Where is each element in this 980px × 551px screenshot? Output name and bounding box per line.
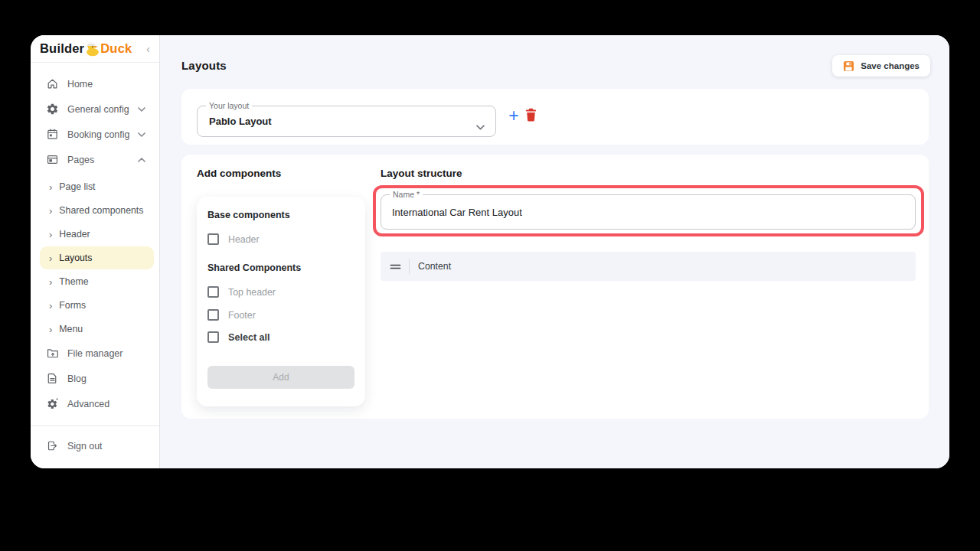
sidebar-item-file-manager[interactable]: File manager xyxy=(31,341,159,365)
sidebar-item-label: Shared components xyxy=(59,205,143,216)
select-all-checkbox[interactable] xyxy=(207,331,219,343)
sign-out-button[interactable]: Sign out xyxy=(31,434,159,458)
sidebar-item-label: File manager xyxy=(67,348,122,359)
chevron-down-icon xyxy=(138,107,145,112)
pages-icon xyxy=(46,153,59,166)
checkbox-row-footer[interactable]: Footer xyxy=(207,309,354,321)
main-content: Layouts Save changes Your layout Pablo L… xyxy=(160,35,949,468)
chevron-right-icon: › xyxy=(49,182,52,192)
sidebar-item-header[interactable]: › Header xyxy=(31,223,159,246)
add-layout-button[interactable]: + xyxy=(506,100,521,131)
checkbox-label: Top header xyxy=(228,287,276,298)
sidebar-item-layouts[interactable]: › Layouts xyxy=(40,246,154,269)
drag-handle-icon[interactable] xyxy=(390,263,401,270)
sidebar-footer: Sign out xyxy=(31,425,159,468)
checkbox-label: Footer xyxy=(228,310,256,321)
chevron-down-icon xyxy=(138,132,145,137)
chevron-down-icon xyxy=(476,119,485,133)
sidebar-collapse-icon[interactable]: ‹ xyxy=(145,43,152,54)
home-icon xyxy=(46,77,59,90)
base-components-group-title: Base components xyxy=(207,210,354,220)
sidebar-item-booking-config[interactable]: Booking config xyxy=(31,122,159,146)
sign-out-icon xyxy=(46,439,59,452)
app-window: Builder Duck ‹ xyxy=(31,35,949,468)
sidebar-item-label: Layouts xyxy=(59,253,92,263)
sidebar-nav: Home General config Booking config xyxy=(31,63,159,425)
name-field-highlight: Name * xyxy=(373,185,924,236)
sidebar-item-label: Page list xyxy=(59,181,95,192)
duck-mascot-icon xyxy=(84,39,101,60)
layout-selector-card: Your layout Pablo Layout + xyxy=(181,89,929,145)
chevron-up-icon xyxy=(138,158,145,162)
sidebar-item-label: Theme xyxy=(59,276,88,287)
components-panel: Base components Header Shared Components… xyxy=(197,197,365,406)
name-field-label: Name * xyxy=(390,190,423,199)
sidebar-item-label: Header xyxy=(59,229,90,240)
top-header-checkbox[interactable] xyxy=(207,286,219,298)
sidebar-item-shared-components[interactable]: › Shared components xyxy=(31,199,159,222)
save-changes-label: Save changes xyxy=(861,61,920,70)
chevron-right-icon: › xyxy=(49,277,52,287)
save-changes-button[interactable]: Save changes xyxy=(832,55,930,77)
delete-layout-button[interactable] xyxy=(525,108,538,125)
name-field: Name * xyxy=(381,194,916,230)
blog-icon xyxy=(46,372,59,385)
add-components-button[interactable]: Add xyxy=(207,366,354,389)
checkbox-label: Header xyxy=(228,234,260,245)
logo-bar: Builder Duck ‹ xyxy=(31,35,159,63)
sidebar-item-label: Pages xyxy=(67,155,94,165)
trash-icon xyxy=(525,108,537,122)
your-layout-value: Pablo Layout xyxy=(209,116,272,127)
row-divider xyxy=(409,259,410,274)
chevron-right-icon: › xyxy=(49,206,52,216)
chevron-right-icon: › xyxy=(49,230,52,240)
advanced-gear-icon xyxy=(46,397,59,410)
sidebar-item-forms[interactable]: › Forms xyxy=(31,294,159,317)
sidebar-item-label: Blog xyxy=(67,373,87,384)
sidebar-item-theme[interactable]: › Theme xyxy=(31,270,159,293)
save-floppy-icon xyxy=(843,60,854,72)
your-layout-label: Your layout xyxy=(206,101,252,110)
sidebar-item-label: Menu xyxy=(59,324,83,334)
page-title: Layouts xyxy=(181,59,227,72)
checkbox-row-header[interactable]: Header xyxy=(207,233,354,245)
calendar-icon xyxy=(46,128,59,141)
plus-icon: + xyxy=(508,106,518,126)
logo-text-builder: Builder xyxy=(40,41,84,56)
chevron-right-icon: › xyxy=(49,253,52,263)
your-layout-select[interactable]: Your layout Pablo Layout xyxy=(197,106,496,137)
add-components-title: Add components xyxy=(197,168,281,179)
file-manager-icon xyxy=(46,347,59,360)
sidebar: Builder Duck ‹ xyxy=(31,35,160,468)
layout-structure-title: Layout structure xyxy=(381,168,462,179)
sidebar-item-label: Booking config xyxy=(67,129,129,140)
sidebar-item-label: Forms xyxy=(59,300,86,311)
sign-out-label: Sign out xyxy=(67,441,102,452)
layout-editor-card: Add components Base components Header Sh… xyxy=(181,155,929,419)
shared-components-group-title: Shared Components xyxy=(207,262,354,273)
sidebar-item-advanced[interactable]: Advanced xyxy=(31,392,159,416)
checkbox-row-top-header[interactable]: Top header xyxy=(207,286,354,298)
app-logo: Builder Duck xyxy=(40,38,132,60)
sidebar-item-menu[interactable]: › Menu xyxy=(31,318,159,341)
checkbox-label: Select all xyxy=(228,332,270,343)
sidebar-item-page-list[interactable]: › Page list xyxy=(31,175,159,198)
sidebar-item-pages[interactable]: Pages xyxy=(31,148,159,171)
sidebar-item-general-config[interactable]: General config xyxy=(31,97,159,121)
sidebar-item-label: Home xyxy=(67,79,93,90)
chevron-right-icon: › xyxy=(49,301,52,311)
layout-name-input[interactable] xyxy=(381,195,915,229)
pages-sub-menu: › Page list › Shared components › Header… xyxy=(31,175,159,341)
structure-row-label: Content xyxy=(418,261,451,272)
gear-icon xyxy=(46,103,59,116)
sidebar-item-blog[interactable]: Blog xyxy=(31,367,159,390)
sidebar-item-label: General config xyxy=(67,104,129,115)
sidebar-item-label: Advanced xyxy=(67,399,109,409)
checkbox-row-select-all[interactable]: Select all xyxy=(207,331,354,343)
header-checkbox[interactable] xyxy=(207,233,219,245)
footer-checkbox[interactable] xyxy=(207,309,219,321)
structure-row-content[interactable]: Content xyxy=(381,252,916,281)
chevron-right-icon: › xyxy=(49,324,52,334)
logo-text-duck: Duck xyxy=(100,41,132,56)
sidebar-item-home[interactable]: Home xyxy=(31,72,159,96)
